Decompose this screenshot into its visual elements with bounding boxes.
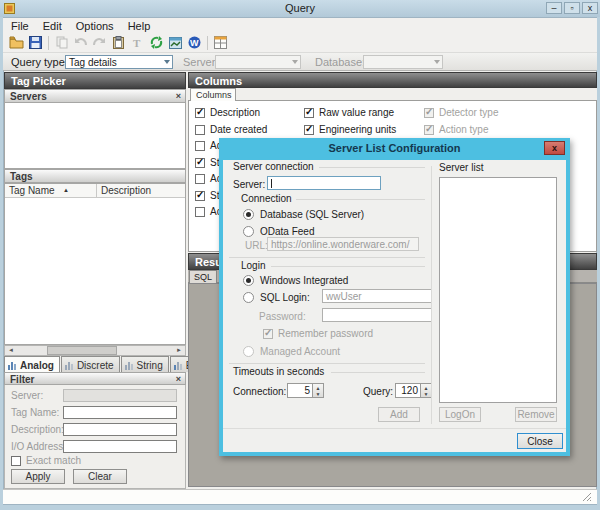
remove-button[interactable]: Remove — [515, 407, 557, 422]
filter-server-input[interactable] — [63, 389, 177, 402]
odata-feed-option[interactable]: OData Feed — [243, 226, 314, 237]
status-bar — [3, 489, 597, 504]
font-button[interactable]: T — [128, 34, 147, 51]
tags-table[interactable]: Tag Name ▲ Description — [4, 183, 186, 345]
filter-description-input[interactable] — [63, 423, 177, 436]
managed-account-radio[interactable] — [243, 346, 254, 357]
description-column-header[interactable]: Description — [97, 184, 151, 197]
close-button[interactable]: x — [582, 2, 598, 14]
servers-close-icon[interactable]: × — [176, 91, 181, 101]
columns-tab[interactable]: Columns — [190, 88, 236, 101]
save-icon — [29, 36, 42, 49]
sql-login-radio[interactable] — [243, 292, 254, 303]
paste-button[interactable] — [109, 34, 128, 51]
connection-timeout-value[interactable]: 5 — [287, 383, 313, 398]
database-radio[interactable] — [243, 209, 254, 220]
svg-text:W: W — [190, 38, 199, 48]
menu-edit[interactable]: Edit — [43, 20, 62, 32]
refresh-button[interactable] — [147, 34, 166, 51]
query-timeout-spinner[interactable]: 120 ▲▼ — [395, 383, 432, 398]
logon-button[interactable]: LogOn — [439, 407, 481, 422]
scrollbar-thumb[interactable] — [47, 346, 117, 355]
dialog-close-button[interactable]: x — [544, 141, 565, 155]
sql-login-option[interactable]: SQL Login: — [243, 292, 310, 303]
database-select[interactable] — [363, 55, 443, 69]
apply-button[interactable]: Apply — [11, 469, 65, 484]
tab-analog[interactable]: Analog — [4, 356, 60, 372]
column-option-label: Description — [210, 107, 260, 118]
menu-bar: File Edit Options Help — [3, 18, 597, 33]
column-checkbox[interactable] — [195, 141, 205, 151]
menu-file[interactable]: File — [11, 20, 29, 32]
chart-button[interactable] — [166, 34, 185, 51]
column-option: Ac — [195, 173, 222, 184]
scroll-right-icon[interactable]: ► — [173, 346, 185, 355]
save-button[interactable] — [26, 34, 45, 51]
servers-section-header: Servers × — [4, 89, 186, 103]
tab-discrete[interactable]: Discrete — [61, 356, 120, 372]
copy-button[interactable] — [52, 34, 71, 51]
filter-io-address-input[interactable] — [63, 440, 177, 453]
password-input[interactable] — [322, 308, 432, 322]
server-select[interactable] — [215, 55, 301, 69]
tab-string[interactable]: String — [121, 356, 169, 372]
connection-timeout-spinner[interactable]: 5 ▲▼ — [287, 383, 324, 398]
wonderware-button[interactable]: W — [185, 34, 204, 51]
undo-button[interactable] — [71, 34, 90, 51]
tab-discrete-label: Discrete — [77, 360, 114, 371]
column-checkbox[interactable] — [195, 174, 205, 184]
maximize-button[interactable]: ▫ — [564, 2, 580, 14]
columns-button[interactable] — [211, 34, 230, 51]
dialog-server-input[interactable] — [267, 176, 381, 190]
filter-section-header: Filter × — [4, 372, 186, 385]
column-option-label: Raw value range — [319, 107, 394, 118]
filter-tag-name-label: Tag Name: — [11, 407, 59, 418]
column-option-label: Action type — [439, 124, 488, 135]
dialog-close-action-button[interactable]: Close — [517, 433, 563, 449]
remember-password-checkbox[interactable] — [263, 329, 273, 339]
menu-options[interactable]: Options — [76, 20, 114, 32]
column-checkbox[interactable] — [195, 158, 205, 168]
spinner-arrows-icon[interactable]: ▲▼ — [313, 383, 324, 398]
section-divider — [229, 363, 425, 364]
tag-name-column-header[interactable]: Tag Name ▲ — [5, 184, 97, 197]
date-created-checkbox[interactable] — [195, 125, 205, 135]
resize-grip[interactable] — [582, 492, 592, 502]
server-listbox[interactable] — [439, 177, 557, 403]
query-type-select[interactable]: Tag details — [65, 55, 173, 69]
windows-integrated-radio[interactable] — [243, 275, 254, 286]
exact-match-checkbox[interactable] — [11, 456, 21, 466]
group-divider — [295, 199, 425, 200]
exact-match-row: Exact match — [11, 455, 81, 466]
scroll-left-icon[interactable]: ◄ — [5, 346, 17, 355]
filter-server-label: Server: — [11, 390, 43, 401]
sql-login-input[interactable]: wwUser — [322, 289, 432, 303]
detector-type-checkbox[interactable] — [424, 108, 434, 118]
clear-button[interactable]: Clear — [73, 469, 127, 484]
tags-table-header: Tag Name ▲ Description — [5, 184, 185, 198]
windows-integrated-option[interactable]: Windows Integrated — [243, 275, 348, 286]
odata-radio[interactable] — [243, 226, 254, 237]
filter-close-icon[interactable]: × — [176, 374, 181, 384]
horizontal-scrollbar[interactable]: ◄ ► — [4, 345, 186, 356]
column-checkbox[interactable] — [195, 207, 205, 217]
menu-help[interactable]: Help — [128, 20, 151, 32]
windows-integrated-label: Windows Integrated — [260, 275, 348, 286]
database-sql-server-option[interactable]: Database (SQL Server) — [243, 209, 364, 220]
query-timeout-value[interactable]: 120 — [395, 383, 421, 398]
action-type-checkbox[interactable] — [424, 125, 434, 135]
servers-list[interactable] — [4, 103, 186, 169]
managed-account-option[interactable]: Managed Account — [243, 346, 340, 357]
minimize-button[interactable]: – — [546, 2, 562, 14]
column-checkbox[interactable] — [195, 191, 205, 201]
url-input[interactable]: https://online.wonderware.com/ — [267, 237, 419, 251]
description-checkbox[interactable] — [195, 108, 205, 118]
redo-button[interactable] — [90, 34, 109, 51]
sql-tab[interactable]: SQL — [189, 270, 217, 283]
filter-tag-name-input[interactable] — [63, 406, 177, 419]
engineering-units-checkbox[interactable] — [304, 125, 314, 135]
timeouts-group-label: Timeouts in seconds — [233, 366, 328, 377]
raw-value-range-checkbox[interactable] — [304, 108, 314, 118]
open-button[interactable] — [7, 34, 26, 51]
add-button[interactable]: Add — [378, 407, 420, 422]
